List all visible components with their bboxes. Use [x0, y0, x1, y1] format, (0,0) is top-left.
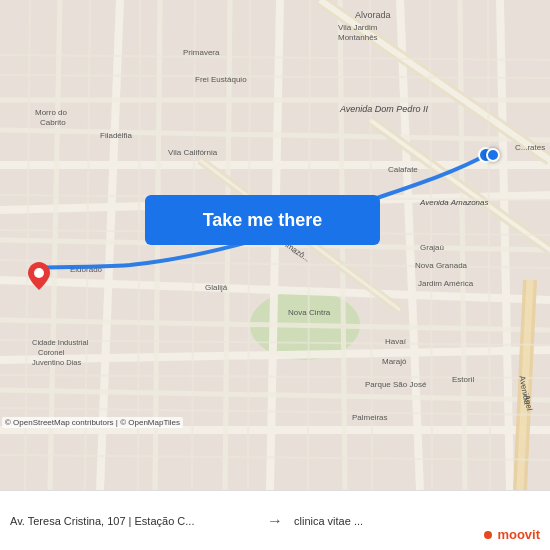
svg-text:Estoril: Estoril [452, 375, 474, 384]
moovit-logo: moovit [484, 527, 540, 542]
svg-text:Alvorada: Alvorada [355, 10, 391, 20]
svg-text:Morro do: Morro do [35, 108, 68, 117]
svg-text:Cidade Industrial: Cidade Industrial [32, 338, 89, 347]
svg-text:Havaí: Havaí [385, 337, 407, 346]
svg-text:Nova Cintra: Nova Cintra [288, 308, 331, 317]
svg-text:Marajó: Marajó [382, 357, 407, 366]
route-from-label: Av. Teresa Cristina, 107 | Estação C... [10, 515, 261, 527]
route-arrow-icon: → [261, 512, 289, 530]
svg-text:Avenida Dom Pedro II: Avenida Dom Pedro II [339, 104, 428, 114]
svg-text:Montanhês: Montanhês [338, 33, 378, 42]
svg-text:Parque São José: Parque São José [365, 380, 427, 389]
svg-text:Glalijá: Glalijá [205, 283, 228, 292]
svg-text:Calafate: Calafate [388, 165, 418, 174]
svg-text:Palmeiras: Palmeiras [352, 413, 388, 422]
svg-text:Grajaú: Grajaú [420, 243, 444, 252]
osm-attribution: © OpenStreetMap contributors | © OpenMap… [2, 417, 183, 428]
bottom-bar: Av. Teresa Cristina, 107 | Estação C... … [0, 490, 550, 550]
svg-point-79 [34, 268, 44, 278]
svg-text:Nova Granada: Nova Granada [415, 261, 468, 270]
svg-text:C...rates: C...rates [515, 143, 545, 152]
moovit-dot [484, 531, 492, 539]
svg-text:Coronel: Coronel [38, 348, 65, 357]
origin-dot [486, 148, 500, 162]
svg-text:Primavera: Primavera [183, 48, 220, 57]
svg-text:Vila Califórnia: Vila Califórnia [168, 148, 218, 157]
route-to-label: clinica vitae ... [289, 515, 540, 527]
svg-text:Juventino Dias: Juventino Dias [32, 358, 81, 367]
svg-text:Jardim América: Jardim América [418, 279, 474, 288]
svg-text:Cabrito: Cabrito [40, 118, 66, 127]
svg-text:Avenida Amazonas: Avenida Amazonas [419, 198, 489, 207]
take-me-there-button[interactable]: Take me there [145, 195, 380, 245]
svg-text:Frei Eustáquio: Frei Eustáquio [195, 75, 247, 84]
svg-text:Vila Jardim: Vila Jardim [338, 23, 378, 32]
destination-pin [28, 262, 50, 284]
svg-text:Filadélfia: Filadélfia [100, 131, 133, 140]
moovit-brand-text: moovit [497, 527, 540, 542]
svg-text:Eldorado: Eldorado [70, 265, 103, 274]
map-container: Alvorada Primavera Vila Jardim Montanhês… [0, 0, 550, 490]
